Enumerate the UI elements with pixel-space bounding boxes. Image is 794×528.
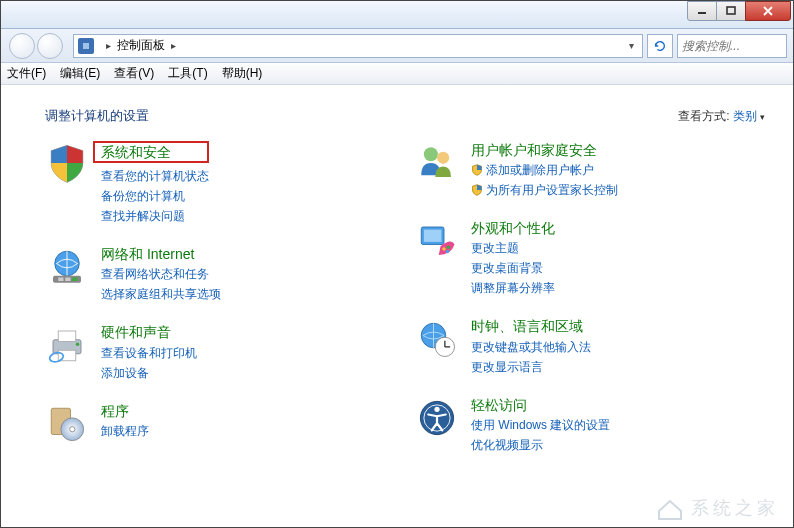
svg-point-19 — [424, 147, 438, 161]
close-button[interactable] — [745, 1, 791, 21]
sublink[interactable]: 更改主题 — [471, 239, 555, 257]
breadcrumb-location[interactable]: 控制面板 — [117, 37, 165, 54]
appearance-icon — [415, 219, 459, 263]
refresh-button[interactable] — [647, 34, 673, 58]
sublink[interactable]: 调整屏幕分辨率 — [471, 279, 555, 297]
svg-rect-8 — [58, 278, 63, 282]
ease-access-icon — [415, 396, 459, 440]
search-box[interactable] — [677, 34, 787, 58]
link-users[interactable]: 用户帐户和家庭安全 — [471, 141, 618, 159]
category-hardware: 硬件和声音 查看设备和打印机 添加设备 — [45, 323, 355, 381]
svg-rect-1 — [727, 7, 735, 14]
svg-rect-22 — [424, 230, 442, 242]
svg-point-20 — [437, 152, 449, 164]
menu-edit[interactable]: 编辑(E) — [60, 65, 100, 82]
link-hardware[interactable]: 硬件和声音 — [101, 323, 197, 341]
svg-point-18 — [70, 426, 75, 431]
page-heading-row: 调整计算机的设置 查看方式: 类别 — [45, 107, 765, 125]
sublink[interactable]: 查看设备和打印机 — [101, 344, 197, 362]
svg-point-32 — [434, 406, 439, 411]
svg-point-23 — [442, 247, 446, 251]
menu-file[interactable]: 文件(F) — [7, 65, 46, 82]
clock-globe-icon — [415, 317, 459, 361]
menu-bar: 文件(F) 编辑(E) 查看(V) 工具(T) 帮助(H) — [1, 63, 793, 85]
watermark: 系统之家 — [655, 495, 779, 521]
address-dropdown[interactable]: ▾ — [625, 40, 638, 51]
sublink[interactable]: 更改显示语言 — [471, 358, 591, 376]
category-appearance: 外观和个性化 更改主题 更改桌面背景 调整屏幕分辨率 — [415, 219, 725, 297]
category-programs: 程序 卸载程序 — [45, 402, 355, 446]
uac-shield-icon — [471, 184, 483, 196]
link-programs[interactable]: 程序 — [101, 402, 149, 420]
category-clock: 时钟、语言和区域 更改键盘或其他输入法 更改显示语言 — [415, 317, 725, 375]
control-panel-icon — [78, 38, 94, 54]
sublink[interactable]: 更改键盘或其他输入法 — [471, 338, 591, 356]
menu-tools[interactable]: 工具(T) — [168, 65, 207, 82]
maximize-button[interactable] — [716, 1, 746, 21]
uac-shield-icon — [471, 164, 483, 176]
menu-view[interactable]: 查看(V) — [114, 65, 154, 82]
sublink[interactable]: 查看网络状态和任务 — [101, 265, 221, 283]
svg-rect-12 — [58, 331, 76, 342]
sublink[interactable]: 优化视频显示 — [471, 436, 610, 454]
navigation-toolbar: ▸ 控制面板 ▸ ▾ — [1, 29, 793, 63]
sublink[interactable]: 为所有用户设置家长控制 — [471, 181, 618, 199]
highlight-box: 系统和安全 — [93, 141, 209, 163]
svg-rect-10 — [72, 278, 77, 282]
svg-rect-0 — [698, 12, 706, 14]
view-by-label: 查看方式: — [678, 108, 729, 125]
nav-back-forward — [7, 32, 69, 60]
sublink[interactable]: 查找并解决问题 — [101, 207, 209, 225]
svg-point-24 — [447, 246, 451, 250]
breadcrumb-separator: ▸ — [106, 40, 111, 51]
category-network: 网络和 Internet 查看网络状态和任务 选择家庭组和共享选项 — [45, 245, 355, 303]
link-clock[interactable]: 时钟、语言和区域 — [471, 317, 591, 335]
globe-network-icon — [45, 245, 89, 289]
sublink[interactable]: 添加设备 — [101, 364, 197, 382]
sublink[interactable]: 添加或删除用户帐户 — [471, 161, 618, 179]
view-by[interactable]: 查看方式: 类别 — [678, 108, 765, 125]
sublink[interactable]: 使用 Windows 建议的设置 — [471, 416, 610, 434]
back-button[interactable] — [9, 33, 35, 59]
page-title: 调整计算机的设置 — [45, 107, 149, 125]
category-system-security: 系统和安全 查看您的计算机状态 备份您的计算机 查找并解决问题 — [45, 141, 355, 225]
address-bar[interactable]: ▸ 控制面板 ▸ ▾ — [73, 34, 643, 58]
sublink[interactable]: 选择家庭组和共享选项 — [101, 285, 221, 303]
svg-point-25 — [446, 250, 450, 254]
printer-icon — [45, 323, 89, 367]
link-appearance[interactable]: 外观和个性化 — [471, 219, 555, 237]
sublink[interactable]: 备份您的计算机 — [101, 187, 209, 205]
category-ease: 轻松访问 使用 Windows 建议的设置 优化视频显示 — [415, 396, 725, 454]
category-users: 用户帐户和家庭安全 添加或删除用户帐户 为所有用户设置家长控制 — [415, 141, 725, 199]
breadcrumb-separator[interactable]: ▸ — [171, 40, 176, 51]
sublink[interactable]: 卸载程序 — [101, 422, 149, 440]
column-right: 用户帐户和家庭安全 添加或删除用户帐户 为所有用户设置家长控制 — [415, 141, 725, 454]
svg-point-14 — [76, 343, 80, 347]
link-system-security[interactable]: 系统和安全 — [101, 144, 171, 160]
users-icon — [415, 141, 459, 185]
forward-button[interactable] — [37, 33, 63, 59]
link-network[interactable]: 网络和 Internet — [101, 245, 221, 263]
svg-rect-3 — [83, 43, 89, 49]
menu-help[interactable]: 帮助(H) — [222, 65, 263, 82]
sublink[interactable]: 查看您的计算机状态 — [101, 167, 209, 185]
category-grid: 系统和安全 查看您的计算机状态 备份您的计算机 查找并解决问题 — [45, 141, 765, 454]
sublink[interactable]: 更改桌面背景 — [471, 259, 555, 277]
minimize-button[interactable] — [687, 1, 717, 21]
content-area: 调整计算机的设置 查看方式: 类别 — [1, 85, 793, 527]
search-input[interactable] — [682, 39, 794, 53]
svg-rect-9 — [65, 278, 70, 282]
view-by-value[interactable]: 类别 — [733, 108, 765, 125]
column-left: 系统和安全 查看您的计算机状态 备份您的计算机 查找并解决问题 — [45, 141, 355, 454]
link-ease[interactable]: 轻松访问 — [471, 396, 610, 414]
disc-box-icon — [45, 402, 89, 446]
window-titlebar — [1, 1, 793, 29]
shield-icon — [45, 141, 89, 185]
